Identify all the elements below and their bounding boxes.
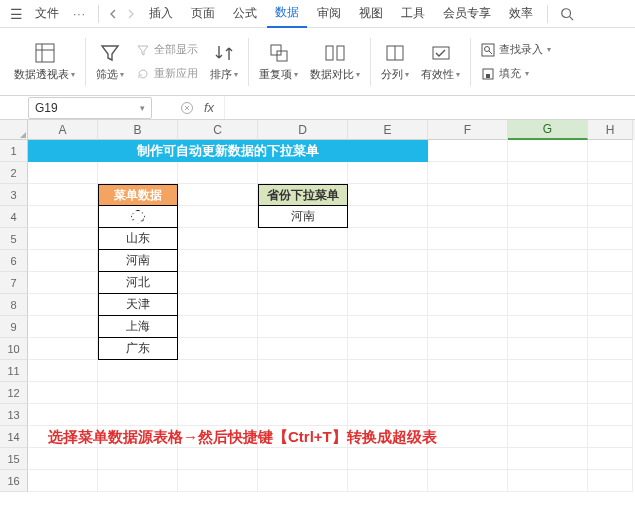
cell[interactable] — [508, 272, 588, 294]
cell[interactable] — [258, 316, 348, 338]
cell[interactable] — [348, 404, 428, 426]
cell[interactable] — [508, 426, 588, 448]
cell[interactable] — [588, 382, 633, 404]
cell[interactable] — [508, 294, 588, 316]
tab-insert[interactable]: 插入 — [141, 1, 181, 27]
dropdown-value-cell[interactable]: 河南 — [258, 206, 348, 228]
cell[interactable] — [588, 448, 633, 470]
row-header[interactable]: 8 — [0, 294, 28, 316]
cell[interactable] — [178, 338, 258, 360]
cell[interactable] — [98, 382, 178, 404]
cell[interactable] — [428, 206, 508, 228]
row-header[interactable]: 3 — [0, 184, 28, 206]
row-header[interactable]: 14 — [0, 426, 28, 448]
cell[interactable] — [28, 404, 98, 426]
duplicates-button[interactable]: 重复项▾ — [253, 34, 304, 90]
menu-data-cell[interactable]: 河北 — [98, 272, 178, 294]
menu-data-header[interactable]: 菜单数据 — [98, 184, 178, 206]
col-header-C[interactable]: C — [178, 120, 258, 140]
cell[interactable] — [508, 162, 588, 184]
more-menu-icon[interactable]: ··· — [67, 5, 92, 23]
cell[interactable] — [348, 382, 428, 404]
cell[interactable] — [98, 470, 178, 492]
col-header-D[interactable]: D — [258, 120, 348, 140]
cell[interactable] — [428, 140, 508, 162]
row-header[interactable]: 7 — [0, 272, 28, 294]
pivot-table-button[interactable]: 数据透视表▾ — [8, 34, 81, 90]
back-icon[interactable] — [105, 6, 121, 22]
cell[interactable] — [508, 140, 588, 162]
cell[interactable] — [258, 162, 348, 184]
row-header[interactable]: 12 — [0, 382, 28, 404]
cell[interactable] — [258, 250, 348, 272]
col-header-G[interactable]: G — [508, 120, 588, 140]
cell[interactable] — [98, 404, 178, 426]
cell[interactable] — [178, 272, 258, 294]
forward-icon[interactable] — [123, 6, 139, 22]
filter-button[interactable]: 筛选▾ — [90, 34, 130, 90]
col-header-B[interactable]: B — [98, 120, 178, 140]
fill-button[interactable]: 填充 ▾ — [481, 63, 551, 85]
cell[interactable] — [28, 448, 98, 470]
cell[interactable] — [508, 404, 588, 426]
cell[interactable] — [508, 448, 588, 470]
cell[interactable] — [348, 338, 428, 360]
show-all-button[interactable]: 全部显示 — [136, 39, 198, 61]
cell[interactable] — [178, 360, 258, 382]
cell[interactable] — [98, 360, 178, 382]
cell[interactable] — [428, 404, 508, 426]
cell[interactable] — [588, 140, 633, 162]
search-icon[interactable] — [560, 7, 574, 21]
reapply-button[interactable]: 重新应用 — [136, 63, 198, 85]
formula-input[interactable] — [224, 96, 635, 119]
row-header[interactable]: 16 — [0, 470, 28, 492]
cell[interactable] — [348, 250, 428, 272]
cell[interactable] — [428, 228, 508, 250]
tab-review[interactable]: 审阅 — [309, 1, 349, 27]
cell[interactable] — [178, 206, 258, 228]
find-record-button[interactable]: 查找录入 ▾ — [481, 39, 551, 61]
menu-data-cell[interactable]: 天津 — [98, 294, 178, 316]
cell[interactable] — [348, 228, 428, 250]
cell[interactable] — [348, 184, 428, 206]
menu-data-cell[interactable]: 北 — [98, 206, 178, 228]
cell[interactable] — [98, 162, 178, 184]
cell[interactable] — [258, 360, 348, 382]
cell[interactable] — [508, 250, 588, 272]
cell[interactable] — [428, 162, 508, 184]
cell[interactable] — [258, 294, 348, 316]
cell[interactable] — [588, 184, 633, 206]
cell[interactable] — [178, 250, 258, 272]
dropdown-header[interactable]: 省份下拉菜单 — [258, 184, 348, 206]
cell[interactable] — [508, 470, 588, 492]
cell[interactable] — [178, 470, 258, 492]
cell[interactable] — [178, 162, 258, 184]
cell[interactable] — [428, 294, 508, 316]
cell[interactable] — [28, 294, 98, 316]
tab-data[interactable]: 数据 — [267, 0, 307, 28]
cell[interactable] — [348, 206, 428, 228]
cell[interactable] — [588, 272, 633, 294]
cell[interactable] — [428, 470, 508, 492]
cancel-icon[interactable] — [180, 101, 194, 115]
cell[interactable] — [588, 294, 633, 316]
split-button[interactable]: 分列▾ — [375, 34, 415, 90]
cell[interactable] — [98, 448, 178, 470]
cell[interactable] — [28, 162, 98, 184]
cell[interactable] — [28, 338, 98, 360]
menu-data-cell[interactable]: 广东 — [98, 338, 178, 360]
cell[interactable] — [348, 470, 428, 492]
row-header[interactable]: 4 — [0, 206, 28, 228]
cell[interactable] — [588, 470, 633, 492]
cell[interactable] — [28, 206, 98, 228]
cell[interactable] — [588, 316, 633, 338]
col-header-H[interactable]: H — [588, 120, 633, 140]
tab-member[interactable]: 会员专享 — [435, 1, 499, 27]
menu-data-cell[interactable]: 河南 — [98, 250, 178, 272]
cell[interactable] — [28, 470, 98, 492]
cell[interactable] — [588, 338, 633, 360]
cell[interactable] — [28, 228, 98, 250]
cell[interactable] — [588, 250, 633, 272]
tab-tools[interactable]: 工具 — [393, 1, 433, 27]
cell[interactable] — [28, 250, 98, 272]
